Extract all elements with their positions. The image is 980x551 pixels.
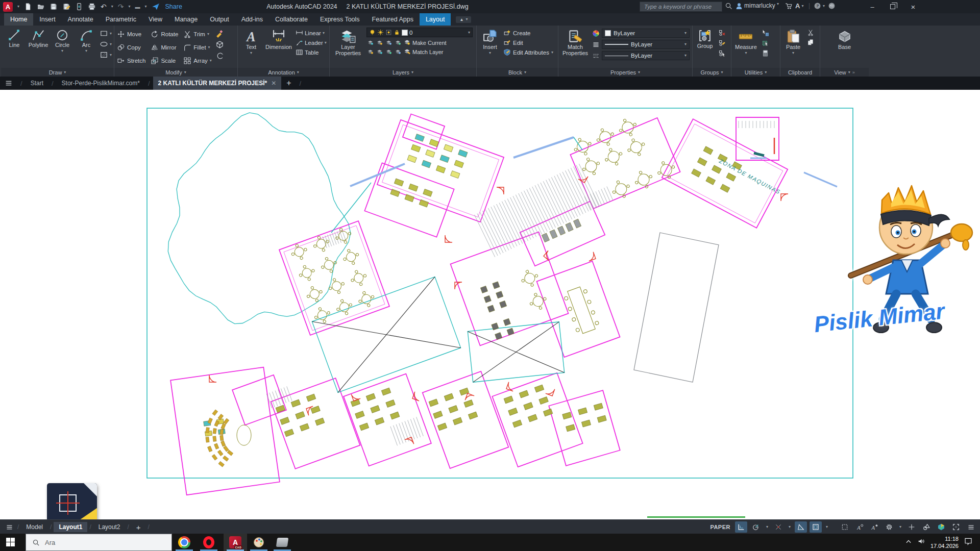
close-button[interactable]: × xyxy=(904,0,922,13)
feedback-icon[interactable] xyxy=(828,2,836,10)
match-layer-button[interactable]: Match Layer xyxy=(403,48,444,56)
help-icon[interactable]: ? xyxy=(814,2,825,10)
new-file-icon[interactable] xyxy=(24,3,32,11)
panel-label-groups[interactable]: Groups xyxy=(693,68,731,77)
plot-icon[interactable] xyxy=(88,3,96,11)
chrome-icon[interactable] xyxy=(178,536,191,549)
arc-button[interactable]: Arc xyxy=(76,28,97,54)
pinned-app-icon[interactable] xyxy=(276,536,289,549)
tab-output[interactable]: Output xyxy=(204,13,235,26)
dimension-button[interactable]: Dimension xyxy=(264,28,293,52)
panel-label-draw[interactable]: Draw xyxy=(1,68,114,77)
explode-icon[interactable] xyxy=(215,40,224,49)
erase-icon[interactable] xyxy=(215,29,224,38)
tab-view[interactable]: View xyxy=(142,13,168,26)
stretch-button[interactable]: Stretch xyxy=(117,57,145,65)
panel-label-annotation[interactable]: Annotation xyxy=(238,68,329,77)
tab-layout2[interactable]: Layout2 xyxy=(93,522,126,532)
floor-plan-svg[interactable]: ZONA DE MAQUINAS xyxy=(0,90,980,519)
tab-annotate[interactable]: Annotate xyxy=(62,13,100,26)
polyline-button[interactable]: Polyline xyxy=(28,28,49,49)
select-similar-icon[interactable] xyxy=(762,39,769,47)
tab-model[interactable]: Model xyxy=(21,522,48,532)
crosshair-icon[interactable] xyxy=(905,521,918,533)
tab-parametric[interactable]: Parametric xyxy=(100,13,142,26)
taskbar-search[interactable]: Ara xyxy=(26,534,172,551)
rectangle-button[interactable] xyxy=(100,29,112,38)
paint-icon[interactable] xyxy=(252,536,265,549)
tab-featured-apps[interactable]: Featured Apps xyxy=(366,13,420,26)
tab-collaborate[interactable]: Collaborate xyxy=(269,13,314,26)
copy-clip-icon[interactable] xyxy=(807,39,814,46)
search-input[interactable] xyxy=(640,2,722,12)
new-drawing-button[interactable]: + xyxy=(281,77,296,90)
copy-button[interactable]: Copy xyxy=(117,43,145,52)
table-button[interactable]: Table xyxy=(296,48,327,56)
move-button[interactable]: Move xyxy=(117,30,145,38)
layer-thaw-all-icon[interactable] xyxy=(376,48,383,56)
open-file-icon[interactable] xyxy=(37,3,45,11)
file-tab-stor-perde[interactable]: Stor-Perde-PislikMimar.com* xyxy=(57,77,145,90)
layer-off-icon[interactable] xyxy=(385,39,393,46)
file-tab-start[interactable]: Start xyxy=(26,77,48,90)
user-avatar-icon[interactable] xyxy=(735,2,743,10)
panel-label-block[interactable]: Block xyxy=(477,68,558,77)
trim-button[interactable]: Trim xyxy=(183,30,212,38)
layer-lock-icon[interactable] xyxy=(394,39,402,46)
drawing-canvas[interactable]: ZONA DE MAQUINAS xyxy=(0,90,980,519)
linear-button[interactable]: Linear xyxy=(296,29,327,37)
linetype-icon[interactable] xyxy=(592,52,600,60)
user-dropdown-icon[interactable] xyxy=(777,2,779,6)
annotation-scale-icon[interactable]: A xyxy=(868,521,880,533)
layer-properties-button[interactable]: Layer Properties xyxy=(332,28,364,57)
user-name[interactable]: mimarlucky xyxy=(744,2,775,9)
file-tabs-menu-icon[interactable] xyxy=(0,77,17,90)
save-icon[interactable] xyxy=(50,3,58,11)
layer-unlock-all-icon[interactable] xyxy=(394,48,402,56)
panel-label-utilities[interactable]: Utilities xyxy=(731,68,780,77)
linetype-select[interactable]: ByLayer xyxy=(602,51,690,60)
isolate-objects-icon[interactable] xyxy=(920,521,933,533)
tab-addins[interactable]: Add-ins xyxy=(235,13,269,26)
tray-expand-icon[interactable] xyxy=(905,538,912,546)
mirror-button[interactable]: Mirror xyxy=(151,43,178,52)
app-store-cart-icon[interactable] xyxy=(785,2,793,10)
paper-space-label[interactable]: PAPER xyxy=(710,524,730,530)
clean-screen-icon[interactable] xyxy=(950,521,962,533)
redo-icon[interactable]: ↷ xyxy=(118,3,124,11)
edit-attributes-button[interactable]: Edit Attributes xyxy=(503,48,553,56)
group-selection-icon[interactable] xyxy=(718,49,726,57)
lineweight-select[interactable]: ByLayer xyxy=(602,40,690,49)
panel-label-properties[interactable]: Properties xyxy=(558,68,692,77)
polar-tracking-icon[interactable] xyxy=(750,521,762,533)
group-button[interactable]: Group xyxy=(695,28,715,51)
layer-freeze-icon[interactable] xyxy=(376,39,383,46)
isodraft-icon[interactable] xyxy=(772,521,785,533)
opera-icon[interactable] xyxy=(202,536,215,549)
ellipse-button[interactable] xyxy=(100,40,112,48)
quick-calculator-icon[interactable] xyxy=(762,49,769,57)
object-color-select[interactable]: ByLayer xyxy=(602,29,690,38)
block-create-button[interactable]: Create xyxy=(503,29,553,37)
ortho-mode-icon[interactable] xyxy=(795,521,807,533)
new-layout-button[interactable]: + xyxy=(131,521,146,533)
qat-customize-icon[interactable]: ▬ xyxy=(135,4,140,10)
rotate-button[interactable]: Rotate xyxy=(151,30,178,38)
group-edit-icon[interactable] xyxy=(718,39,726,47)
volume-icon[interactable] xyxy=(917,537,925,547)
base-button[interactable]: Base xyxy=(834,28,855,52)
ribbon-collapse-button[interactable]: ▲ xyxy=(456,16,471,23)
customization-icon[interactable] xyxy=(965,521,977,533)
viewport-icon[interactable] xyxy=(810,521,822,533)
layout-menu-icon[interactable] xyxy=(3,521,15,533)
layer-isolate-icon[interactable] xyxy=(366,39,374,46)
annotation-visibility-icon[interactable]: A xyxy=(853,521,866,533)
minimize-button[interactable]: – xyxy=(864,0,881,13)
undo-icon[interactable]: ↶ xyxy=(101,3,107,11)
overkill-icon[interactable] xyxy=(215,52,224,60)
make-current-button[interactable]: Make Current xyxy=(403,39,447,46)
ungroup-icon[interactable] xyxy=(718,29,726,37)
logo-dropdown-icon[interactable] xyxy=(17,5,19,9)
tab-home[interactable]: Home xyxy=(4,13,33,26)
layer-on-all-icon[interactable] xyxy=(385,48,393,56)
